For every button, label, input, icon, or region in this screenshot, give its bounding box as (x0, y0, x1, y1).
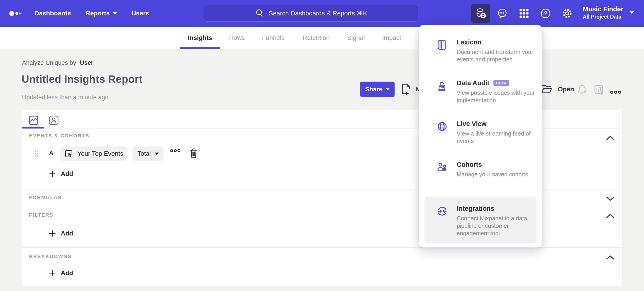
tab-flows[interactable]: Flows (228, 27, 245, 49)
chevron-down-icon (386, 88, 390, 90)
tab-signal-label: Signal (347, 34, 365, 41)
menu-item-text: Integrations Connect Mixpanel to a data … (457, 205, 541, 237)
settings-button[interactable] (562, 8, 573, 19)
project-info: Music Finder All Project Data (583, 4, 623, 20)
alert-bell-plus-button[interactable] (576, 84, 588, 95)
menu-item-text: Cohorts Manage your saved cohorts (457, 161, 541, 178)
collapse-events-chevron-up-icon[interactable] (606, 135, 614, 141)
menu-item-cohorts[interactable]: Cohorts Manage your saved cohorts (419, 161, 542, 178)
add-event-button[interactable]: Add (49, 169, 73, 179)
menu-item-title: Data AuditBETA (457, 79, 541, 87)
menu-item-live-view[interactable]: Live View View a live streaming feed of … (419, 120, 542, 145)
plus-icon (49, 270, 56, 277)
apps-grid-button[interactable] (518, 8, 530, 19)
tab-signal[interactable]: Signal (347, 27, 365, 49)
aggregation-value: Total (138, 150, 151, 157)
collapse-filters-chevron-up-icon[interactable] (606, 213, 614, 219)
tab-insights[interactable]: Insights (188, 27, 212, 49)
chevron-down-icon (113, 12, 117, 15)
document-plus-icon (400, 83, 411, 96)
add-filter-label: Add (61, 230, 73, 237)
aggregation-select-button[interactable]: Total (132, 146, 164, 161)
feedback-button[interactable] (496, 8, 508, 19)
section-filters-label: FILTERS (29, 212, 54, 218)
section-events-label: EVENTS & COHORTS (29, 133, 89, 139)
help-button[interactable]: ? (540, 8, 551, 19)
data-audit-lock-icon (437, 80, 448, 91)
event-name: Your Top Events (77, 150, 123, 157)
menu-item-integrations[interactable]: Integrations Connect Mixpanel to a data … (424, 197, 536, 243)
top-navbar: Dashboards Reports Users Search Dashboar… (0, 0, 644, 27)
plus-icon (49, 170, 56, 177)
nav-reports[interactable]: Reports (86, 10, 117, 17)
section-breakdowns-label: BREAKDOWNS (29, 254, 72, 260)
menu-item-text: Data AuditBETA View possible issues with… (457, 79, 541, 104)
search-placeholder: Search Dashboards & Reports ⌘K (269, 9, 367, 17)
menu-item-data-audit[interactable]: Data AuditBETA View possible issues with… (419, 79, 542, 104)
help-icon: ? (540, 8, 551, 19)
event-select-button[interactable]: Your Top Events (60, 146, 128, 161)
report-tabbar: Insights Flows Funnels Retention Signal … (0, 27, 644, 49)
add-to-board-button[interactable] (593, 84, 604, 95)
tab-retention[interactable]: Retention (302, 27, 330, 49)
tab-impact[interactable]: Impact (382, 27, 401, 49)
nav-dashboards-label: Dashboards (34, 10, 71, 17)
project-switcher[interactable]: Music Finder All Project Data (583, 4, 634, 20)
tab-funnels-label: Funnels (262, 34, 284, 41)
analyze-line: Analyze Uniques byUser (22, 59, 94, 66)
menu-item-text: Lexicon Document and transform your even… (457, 38, 541, 63)
menu-item-description: Manage your saved cohorts (457, 171, 541, 178)
add-breakdown-button[interactable]: Add (49, 268, 73, 278)
menu-item-description: View a live streaming feed of events (457, 130, 541, 145)
share-button[interactable]: Share (360, 82, 394, 97)
tab-events-builder[interactable] (28, 115, 39, 126)
app-window: Dashboards Reports Users Search Dashboar… (0, 0, 644, 291)
collapse-breakdowns-chevron-up-icon[interactable] (606, 255, 614, 261)
menu-item-text: Live View View a live streaming feed of … (457, 120, 541, 145)
menu-item-description: Document and transform your events and p… (457, 48, 541, 63)
nav-dashboards[interactable]: Dashboards (34, 10, 71, 17)
plus-icon (49, 230, 56, 237)
delete-row-trash-icon[interactable] (189, 148, 198, 159)
tab-insights-label: Insights (188, 34, 212, 41)
menu-item-title: Live View (457, 120, 541, 128)
menu-item-description: View possible issues with your implement… (457, 89, 541, 104)
mixpanel-logo-icon[interactable] (9, 8, 31, 19)
gear-icon (562, 8, 573, 19)
folder-open-icon (540, 84, 553, 94)
menu-item-lexicon[interactable]: Lexicon Document and transform your even… (419, 38, 542, 63)
tab-funnels[interactable]: Funnels (262, 27, 284, 49)
nav-reports-label: Reports (86, 10, 110, 17)
add-event-label: Add (61, 170, 73, 177)
data-management-menu: Lexicon Document and transform your even… (419, 25, 542, 248)
report-title[interactable]: Untitled Insights Report (22, 73, 142, 85)
expand-formulas-chevron-down-icon[interactable] (606, 196, 614, 202)
open-report-button[interactable]: Open (540, 82, 574, 97)
project-scope: All Project Data (583, 13, 623, 20)
chevron-down-icon (629, 11, 634, 14)
tab-impact-label: Impact (382, 34, 401, 41)
analyze-prefix: Analyze Uniques by (22, 59, 76, 66)
row-more-options-icon[interactable] (170, 149, 180, 153)
search-icon (255, 8, 264, 18)
section-formulas-label: FORMULAS (29, 195, 62, 201)
add-filter-button[interactable]: Add (49, 229, 73, 239)
analyze-value[interactable]: User (80, 59, 94, 66)
open-label: Open (558, 86, 574, 93)
series-letter: A (49, 150, 54, 157)
updated-timestamp: Updated less than a minute ago (22, 94, 108, 101)
chevron-down-icon (155, 153, 159, 155)
bell-plus-icon (576, 84, 588, 95)
primary-nav: Dashboards Reports Users (34, 0, 149, 27)
more-actions-button[interactable] (610, 87, 621, 98)
feedback-bubble-icon (496, 8, 508, 19)
builder-active-tab-underline (22, 127, 44, 128)
menu-item-description: Connect Mixpanel to a data pipeline or c… (457, 215, 541, 237)
nav-users[interactable]: Users (132, 10, 149, 17)
lexicon-book-icon (437, 39, 448, 50)
tab-user-profiles[interactable] (48, 115, 59, 126)
menu-item-title: Integrations (457, 205, 541, 212)
search-input[interactable]: Search Dashboards & Reports ⌘K (204, 5, 418, 21)
drag-handle-icon[interactable] (34, 149, 39, 159)
data-management-button[interactable] (471, 4, 490, 23)
